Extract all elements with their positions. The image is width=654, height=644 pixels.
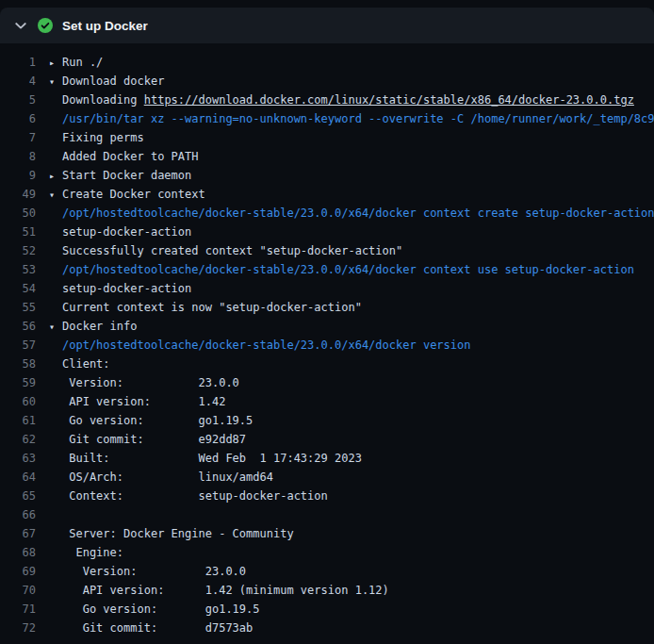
line-number-link[interactable]: 72 xyxy=(0,619,49,637)
log-text: setup-docker-action xyxy=(62,225,191,239)
log-line: 6 /usr/bin/tar xz --warning=no-unknown-k… xyxy=(0,109,654,128)
log-line: 51 setup-docker-action xyxy=(0,223,654,241)
log-line: 52 Successfully created context "setup-d… xyxy=(0,241,654,260)
log-line: 55 Current context is now "setup-docker-… xyxy=(0,298,654,317)
line-content: Version: 23.0.0 xyxy=(49,562,654,581)
line-content: setup-docker-action xyxy=(49,223,654,241)
log-line: 53 /opt/hostedtoolcache/docker-stable/23… xyxy=(0,260,654,279)
group-title[interactable]: Docker info xyxy=(62,320,137,333)
log-text: Successfully created context "setup-dock… xyxy=(62,244,402,257)
log-line: 64 OS/Arch: linux/amd64 xyxy=(0,468,654,487)
line-number-link[interactable]: 1 xyxy=(0,53,49,72)
line-content: Git commit: d7573ab xyxy=(49,619,654,637)
line-number-link[interactable]: 70 xyxy=(0,581,49,600)
line-number-link[interactable]: 63 xyxy=(0,449,49,468)
log-text: Git commit: d7573ab xyxy=(62,621,253,635)
line-number-link[interactable]: 56 xyxy=(0,317,49,336)
line-number-link[interactable]: 4 xyxy=(0,72,49,91)
group-title[interactable]: Download docker xyxy=(62,74,164,88)
log-line: 69 Version: 23.0.0 xyxy=(0,562,654,581)
triangle-collapsed-icon[interactable]: ▸ xyxy=(49,167,62,186)
line-number-link[interactable]: 5 xyxy=(0,91,49,109)
log-url-link[interactable]: https://download.docker.com/linux/static… xyxy=(144,93,634,107)
log-text: Current context is now "setup-docker-act… xyxy=(62,301,362,314)
line-content: Fixing perms xyxy=(49,128,654,147)
group-title[interactable]: Create Docker context xyxy=(62,188,205,201)
log-line: 58 Client: xyxy=(0,355,654,373)
line-number-link[interactable]: 58 xyxy=(0,355,49,373)
log-line: 9 ▸Start Docker daemon xyxy=(0,166,654,185)
log-line: 67 Server: Docker Engine - Community xyxy=(0,524,654,543)
line-number-link[interactable]: 60 xyxy=(0,392,49,411)
line-number-link[interactable]: 71 xyxy=(0,600,49,619)
line-number-link[interactable]: 49 xyxy=(0,185,49,204)
line-number-link[interactable]: 66 xyxy=(0,505,49,524)
line-number-link[interactable]: 8 xyxy=(0,147,49,166)
log-text: Downloading xyxy=(62,93,144,107)
line-number-link[interactable]: 69 xyxy=(0,562,49,581)
line-number-link[interactable]: 50 xyxy=(0,204,49,223)
line-content: Built: Wed Feb 1 17:43:29 2023 xyxy=(49,449,654,468)
line-content: /opt/hostedtoolcache/docker-stable/23.0.… xyxy=(49,260,654,279)
line-number-link[interactable]: 52 xyxy=(0,241,49,260)
line-number-link[interactable]: 61 xyxy=(0,411,49,430)
triangle-expanded-icon[interactable]: ▾ xyxy=(49,186,62,205)
line-number-link[interactable]: 53 xyxy=(0,260,49,279)
line-number-link[interactable]: 57 xyxy=(0,336,49,355)
line-number-link[interactable]: 9 xyxy=(0,166,49,185)
line-content: Successfully created context "setup-dock… xyxy=(49,241,654,260)
step-title: Set up Docker xyxy=(62,19,148,33)
step-header[interactable]: Set up Docker xyxy=(0,8,654,43)
line-content: Go version: go1.19.5 xyxy=(49,411,654,430)
line-content: Client: xyxy=(49,355,654,373)
line-content: API version: 1.42 xyxy=(49,392,654,411)
line-content: setup-docker-action xyxy=(49,279,654,298)
log-text: Added Docker to PATH xyxy=(62,150,199,163)
log-line: 56 ▾Docker info xyxy=(0,317,654,336)
log-text: Server: Docker Engine - Community xyxy=(62,527,294,540)
line-number-link[interactable]: 59 xyxy=(0,373,49,392)
line-number-link[interactable]: 55 xyxy=(0,298,49,317)
line-content: ▾Create Docker context xyxy=(49,185,654,205)
line-content: Git commit: e92dd87 xyxy=(49,430,654,449)
line-content: Context: setup-docker-action xyxy=(49,487,654,505)
line-number-link[interactable]: 68 xyxy=(0,543,49,562)
line-number-link[interactable]: 51 xyxy=(0,223,49,241)
log-text: API version: 1.42 xyxy=(62,395,225,408)
chevron-down-icon[interactable] xyxy=(13,18,28,33)
line-number-link[interactable]: 65 xyxy=(0,487,49,505)
line-content: ▾Download docker xyxy=(49,72,654,91)
log-text: Built: Wed Feb 1 17:43:29 2023 xyxy=(62,452,362,465)
log-line: 62 Git commit: e92dd87 xyxy=(0,430,654,449)
log-lines: 1 ▸Run ./ 4 ▾Download docker 5 Downloadi… xyxy=(0,43,654,637)
line-content: ▾Docker info xyxy=(49,317,654,337)
line-number-link[interactable]: 64 xyxy=(0,468,49,487)
log-text: API version: 1.42 (minimum version 1.12) xyxy=(62,584,389,597)
log-text: Engine: xyxy=(62,546,123,559)
log-line: 60 API version: 1.42 xyxy=(0,392,654,411)
line-content: ▸Run ./ xyxy=(49,53,654,73)
log-line: 71 Go version: go1.19.5 xyxy=(0,600,654,619)
line-content: Go version: go1.19.5 xyxy=(49,600,654,619)
log-line: 5 Downloading https://download.docker.co… xyxy=(0,91,654,109)
line-number-link[interactable]: 67 xyxy=(0,524,49,543)
group-title[interactable]: Run ./ xyxy=(62,56,103,69)
line-number-link[interactable]: 54 xyxy=(0,279,49,298)
line-content: Server: Docker Engine - Community xyxy=(49,524,654,543)
line-number-link[interactable]: 62 xyxy=(0,430,49,449)
triangle-expanded-icon[interactable]: ▾ xyxy=(49,318,62,337)
triangle-expanded-icon[interactable]: ▾ xyxy=(49,73,62,91)
command-text: /opt/hostedtoolcache/docker-stable/23.0.… xyxy=(62,263,634,276)
line-content: Added Docker to PATH xyxy=(49,147,654,166)
log-text: Context: setup-docker-action xyxy=(62,489,328,503)
line-content: /opt/hostedtoolcache/docker-stable/23.0.… xyxy=(49,204,654,223)
log-text: Go version: go1.19.5 xyxy=(62,414,253,427)
log-line: 49 ▾Create Docker context xyxy=(0,185,654,204)
line-number-link[interactable]: 7 xyxy=(0,128,49,147)
log-line: 50 /opt/hostedtoolcache/docker-stable/23… xyxy=(0,204,654,223)
line-number-link[interactable]: 6 xyxy=(0,109,49,128)
group-title[interactable]: Start Docker daemon xyxy=(62,169,191,182)
log-text: Client: xyxy=(62,357,110,371)
triangle-collapsed-icon[interactable]: ▸ xyxy=(49,54,62,73)
line-content: Downloading https://download.docker.com/… xyxy=(49,91,654,109)
